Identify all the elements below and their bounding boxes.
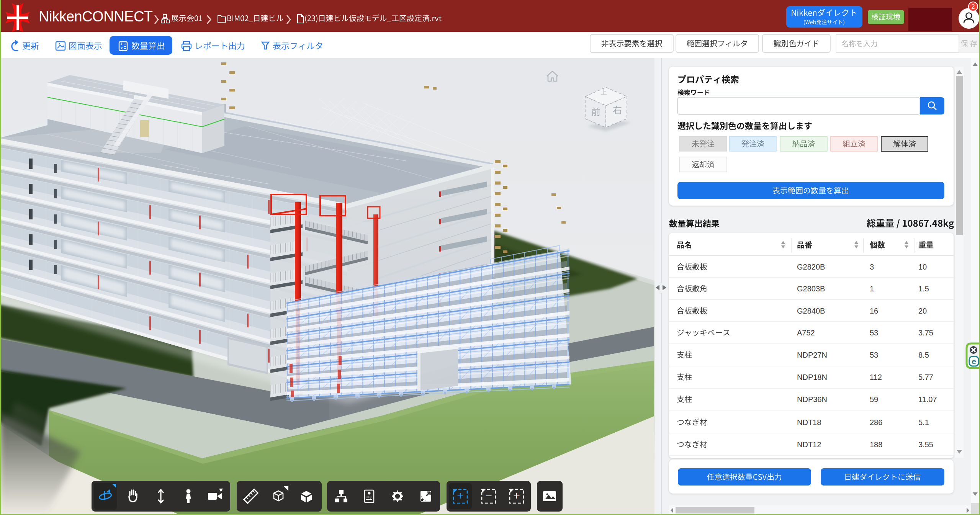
svg-text:20: 20	[918, 307, 927, 315]
svg-text:53: 53	[870, 351, 878, 359]
svg-text:2: 2	[972, 3, 975, 10]
svg-text:G2840B: G2840B	[797, 307, 825, 315]
svg-text:10: 10	[918, 263, 927, 271]
svg-text:−: −	[485, 489, 492, 502]
svg-text:11.07: 11.07	[918, 395, 937, 404]
svg-text:NikkenCONNECT: NikkenCONNECT	[39, 8, 153, 25]
svg-text:5.1: 5.1	[918, 418, 929, 427]
svg-text:+: +	[120, 41, 123, 46]
svg-text:3: 3	[870, 263, 874, 271]
svg-text:16: 16	[870, 307, 878, 315]
svg-text:3.75: 3.75	[918, 329, 933, 337]
svg-text:8.5: 8.5	[918, 351, 929, 359]
svg-text:1.5: 1.5	[918, 284, 929, 293]
svg-text:G2820B: G2820B	[797, 263, 825, 271]
svg-text:x: x	[121, 46, 123, 50]
svg-text:NDP36N: NDP36N	[797, 395, 827, 404]
svg-text:3.55: 3.55	[918, 440, 933, 449]
svg-text:5.77: 5.77	[918, 373, 933, 381]
svg-text:+: +	[457, 489, 464, 502]
svg-text:G2803B: G2803B	[797, 284, 825, 293]
svg-text:59: 59	[870, 395, 878, 404]
svg-text:A752: A752	[797, 329, 815, 337]
svg-text:53: 53	[870, 329, 878, 337]
svg-text:112: 112	[870, 373, 882, 381]
svg-text:NDP27N: NDP27N	[797, 351, 827, 359]
svg-text:e: e	[972, 357, 976, 366]
svg-text:NDT12: NDT12	[797, 440, 821, 449]
svg-text:188: 188	[870, 440, 882, 449]
svg-text:NDT18: NDT18	[797, 418, 821, 427]
svg-text:286: 286	[870, 418, 882, 427]
svg-text:+: +	[513, 489, 520, 502]
svg-text:NDP18N: NDP18N	[797, 373, 827, 381]
svg-text:1: 1	[870, 284, 874, 293]
